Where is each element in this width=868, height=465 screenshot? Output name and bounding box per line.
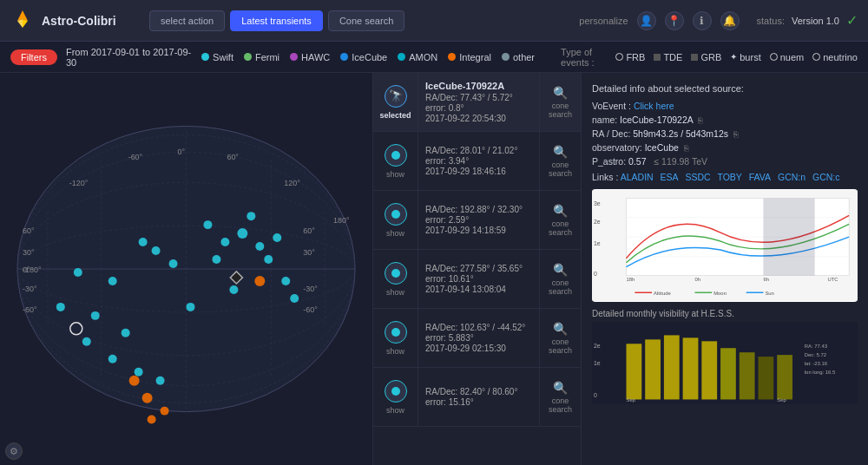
event-type-icon-selected: 🔭 [385, 85, 407, 108]
fava-link[interactable]: FAVA [749, 172, 771, 182]
type-nuem[interactable]: nuem [770, 52, 805, 62]
toby-link[interactable]: TOBY [717, 172, 741, 182]
ra-dec-copy-icon[interactable]: ⎘ [733, 130, 738, 139]
ssdc-link[interactable]: SSDC [686, 172, 711, 182]
event-info-4: RA/Dec: 277.58° / 35.65° error: 10.61° 2… [418, 250, 539, 308]
filter-amon[interactable]: AMON [398, 52, 437, 62]
svg-text:Sep: Sep [626, 397, 635, 403]
event-error-selected: error: 0.8° [425, 103, 532, 113]
name-copy-icon[interactable]: ⎘ [698, 116, 702, 125]
detail-monthly-subtitle: Detailed monthly visibility at H.E.S.S. [592, 309, 858, 318]
bell-icon-button[interactable]: 🔔 [720, 11, 740, 30]
grb-square [691, 54, 698, 61]
event-cone-search-4[interactable]: 🔍 conesearch [539, 250, 581, 308]
svg-point-32 [203, 220, 212, 229]
svg-text:Moon: Moon [713, 291, 727, 296]
svg-rect-67 [763, 199, 814, 276]
event-time-3: 2017-09-29 14:18:59 [425, 226, 532, 235]
frb-label: FRB [626, 52, 645, 62]
status-area: status: Version 1.0 ✓ [757, 12, 858, 29]
event-cone-search-5[interactable]: 🔍 conesearch [539, 309, 581, 367]
event-cone-search-selected[interactable]: 🔍 conesearch [539, 73, 581, 131]
voevent-label: VoEvent : [592, 101, 631, 111]
event-coords-6: RA/Dec: 82.40° / 80.60° [425, 387, 532, 396]
observatory-value: IceCube [645, 142, 679, 153]
svg-point-49 [156, 377, 165, 385]
select-action-button[interactable]: select action [149, 10, 225, 31]
name-value-text: IceCube-170922A [620, 115, 693, 125]
hawc-label: HAWC [301, 52, 330, 62]
integral-label: Integral [459, 52, 491, 62]
type-frb[interactable]: FRB [615, 52, 645, 62]
info-icon-button[interactable]: ℹ [693, 11, 712, 30]
filter-icecube[interactable]: IceCube [340, 52, 387, 62]
svg-point-48 [135, 368, 143, 377]
logo-icon [10, 9, 35, 33]
svg-text:UTC: UTC [827, 277, 838, 282]
main-content: 60° 30° 0° -30° -60° -180° -120° -60° 0°… [0, 73, 868, 465]
svg-text:-60°: -60° [303, 305, 318, 314]
ra-dec-value: 5h9m43.2s / 5d43m12s [633, 128, 728, 139]
observatory-label: observatory: [592, 142, 642, 153]
filter-fermi[interactable]: Fermi [244, 52, 279, 62]
type-burst[interactable]: ✦ burst [730, 52, 760, 62]
event-status-6[interactable]: show [386, 406, 404, 415]
svg-text:-60°: -60° [23, 305, 37, 314]
person-icon-button[interactable]: 👤 [637, 11, 656, 30]
svg-point-31 [237, 228, 247, 239]
event-time-5: 2017-09-29 02:15:30 [425, 344, 532, 353]
svg-text:-30°: -30° [23, 285, 37, 293]
svg-text:-60°: -60° [128, 153, 143, 161]
filters-button[interactable]: Filters [10, 49, 57, 65]
links-label: Links : [592, 172, 618, 182]
svg-text:Sun: Sun [765, 291, 774, 296]
settings-icon[interactable]: ⚙ [5, 442, 23, 460]
event-status-3[interactable]: show [386, 229, 404, 238]
cone-search-button[interactable]: Cone search [328, 10, 404, 31]
esa-link[interactable]: ESA [661, 172, 679, 182]
app-title: Astro-Colibri [42, 14, 116, 28]
hawc-dot [290, 53, 298, 61]
status-check-icon: ✓ [846, 12, 858, 29]
filter-integral[interactable]: Integral [448, 52, 491, 62]
event-status-4[interactable]: show [386, 288, 404, 297]
nuem-label: nuem [780, 52, 805, 62]
aladin-link[interactable]: ALADIN [621, 172, 654, 182]
filter-swift[interactable]: Swift [201, 52, 233, 62]
event-cone-search-6[interactable]: 🔍 conesearch [539, 368, 581, 426]
svg-text:60°: 60° [303, 226, 315, 235]
location-icon-button[interactable]: 📍 [665, 11, 684, 30]
search-icon-selected: 🔍 [553, 86, 568, 100]
svg-rect-83 [626, 344, 641, 399]
svg-text:2e: 2e [594, 343, 601, 349]
voevent-link[interactable]: Click here [634, 101, 674, 111]
event-cone-search-3[interactable]: 🔍 conesearch [539, 191, 581, 249]
gcn-n-link[interactable]: GCN:n [778, 172, 806, 182]
frb-radio [615, 53, 623, 61]
swift-dot [201, 53, 209, 61]
gcn-c-link[interactable]: GCN:c [812, 172, 840, 182]
detail-panel-title: Detailed info about selected source: [592, 83, 858, 94]
icecube-dot [340, 53, 348, 61]
observatory-copy-icon[interactable]: ⎘ [684, 144, 688, 153]
cone-search-label-4: conesearch [549, 278, 572, 296]
event-status-2[interactable]: show [386, 170, 404, 179]
other-dot [502, 53, 510, 61]
event-info-selected: IceCube-170922A RA/Dec: 77.43° / 5.72° e… [418, 73, 539, 131]
type-neutrino[interactable]: neutrino [812, 52, 858, 62]
type-grb[interactable]: GRB [691, 52, 721, 62]
filter-hawc[interactable]: HAWC [290, 52, 330, 62]
latest-transients-button[interactable]: Latest transients [230, 10, 323, 31]
event-cone-search-2[interactable]: 🔍 conesearch [539, 132, 581, 190]
swift-label: Swift [213, 52, 233, 62]
filter-other[interactable]: other [502, 52, 535, 62]
event-coords-4: RA/Dec: 277.58° / 35.65° [425, 264, 532, 273]
event-status-5[interactable]: show [386, 347, 404, 356]
sky-map[interactable]: 60° 30° 0° -30° -60° -180° -120° -60° 0°… [0, 73, 372, 465]
svg-point-47 [108, 355, 117, 363]
event-error-4: error: 10.61° [425, 274, 532, 284]
type-tde[interactable]: TDE [654, 52, 682, 62]
event-status-selected[interactable]: selected [379, 111, 411, 120]
svg-point-55 [129, 376, 140, 386]
svg-text:1e: 1e [594, 360, 601, 366]
